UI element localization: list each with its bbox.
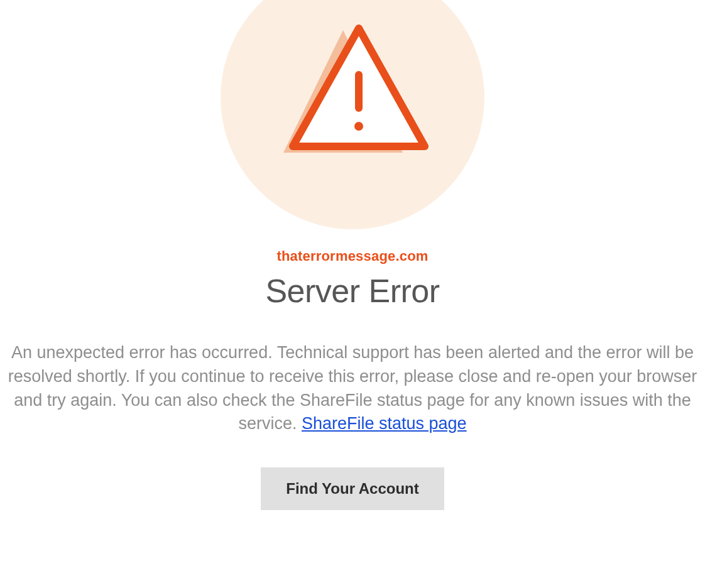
status-page-link[interactable]: ShareFile status page	[302, 414, 467, 433]
svg-rect-0	[355, 71, 363, 112]
warning-illustration	[221, 0, 484, 229]
watermark-text: thaterrormessage.com	[276, 248, 428, 264]
page-title: Server Error	[265, 272, 439, 310]
find-account-button[interactable]: Find Your Account	[261, 467, 444, 510]
error-description: An unexpected error has occurred. Techni…	[4, 341, 701, 436]
svg-point-1	[354, 122, 363, 131]
warning-triangle-icon	[271, 21, 434, 165]
